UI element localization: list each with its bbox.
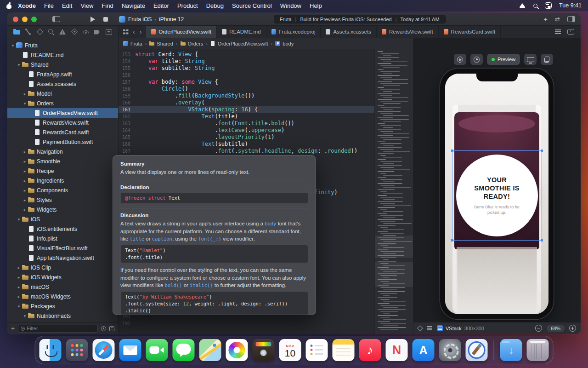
menu-find[interactable]: Find (102, 2, 113, 9)
navigator-item-navigation[interactable]: ▸Navigation (7, 147, 118, 156)
stop-button[interactable] (103, 17, 108, 22)
disclosure-open-icon[interactable]: ▾ (22, 314, 28, 318)
dock-appstore[interactable]: A (413, 339, 435, 361)
navigator-item-rewardscard-swift[interactable]: RewardsCard.swift (7, 127, 118, 137)
quick-help-link[interactable]: caption (152, 236, 172, 242)
dock-reminders[interactable] (306, 339, 328, 361)
menu-help[interactable]: Help (310, 2, 322, 9)
source-control-filter-icon[interactable] (109, 326, 114, 331)
apple-menu-icon[interactable] (6, 3, 11, 9)
disclosure-closed-icon[interactable]: ▸ (22, 198, 28, 202)
zoom-level[interactable]: 68% (547, 325, 565, 332)
project-navigator-icon[interactable] (13, 29, 20, 35)
zoom-out-icon[interactable] (535, 325, 542, 332)
dock-facetime[interactable] (146, 339, 168, 361)
symbols-navigator-icon[interactable] (36, 29, 43, 35)
library-add-icon[interactable]: + (543, 16, 548, 23)
toggle-navigator-icon[interactable] (52, 16, 60, 22)
breadcrumb-body[interactable]: Pbody (275, 41, 294, 46)
filter-input[interactable] (27, 326, 95, 331)
environment-overrides-button[interactable] (470, 54, 483, 65)
dock-trash[interactable] (527, 339, 549, 361)
disclosure-open-icon[interactable]: ▾ (16, 304, 22, 309)
tab-readme-md[interactable]: README.md (217, 26, 266, 38)
menu-edit[interactable]: Edit (62, 2, 72, 9)
dock-mail[interactable] (119, 339, 141, 361)
tab-rewardscard-swift[interactable]: RewardsCard.swift (439, 26, 501, 38)
menu-debug[interactable]: Debug (206, 2, 224, 9)
disclosure-closed-icon[interactable]: ▸ (22, 178, 28, 183)
disclosure-closed-icon[interactable]: ▸ (16, 275, 22, 280)
menu-app-name[interactable]: Xcode (18, 2, 36, 9)
filter-field[interactable] (18, 325, 98, 333)
duplicate-preview-button[interactable] (541, 54, 553, 65)
code-review-icon[interactable]: ⇄ (555, 16, 560, 23)
forward-history-icon[interactable]: › (140, 28, 142, 35)
navigator-item-assets-xcassets[interactable]: Assets.xcassets (7, 79, 118, 89)
navigator-item-nutritionfacts[interactable]: ▾NutritionFacts (7, 311, 118, 321)
navigator-item-orderplacedview-swift[interactable]: OrderPlacedView.swift (7, 108, 118, 118)
dock-finder[interactable] (40, 339, 62, 361)
tab-rewardsview-swift[interactable]: RewardsView.swift (377, 26, 439, 38)
menu-navigate[interactable]: Navigate (122, 2, 145, 9)
breadcrumb-orders[interactable]: Orders (181, 41, 204, 46)
menu-window[interactable]: Window (280, 2, 301, 9)
minimap[interactable] (374, 49, 413, 334)
navigator-item-ios-entitlements[interactable]: iOS.entitlements (7, 224, 118, 234)
disclosure-closed-icon[interactable]: ▸ (16, 285, 22, 289)
navigator-item-ios-widgets[interactable]: ▸iOS Widgets (7, 272, 118, 282)
navigator-item-orders[interactable]: ▾Orders (7, 98, 118, 108)
disclosure-closed-icon[interactable]: ▸ (22, 188, 28, 193)
search-icon[interactable] (533, 4, 537, 8)
disclosure-closed-icon[interactable]: ▸ (22, 207, 28, 212)
add-file-icon[interactable]: + (11, 325, 15, 332)
menu-file[interactable]: File (44, 2, 54, 9)
back-history-icon[interactable]: ‹ (133, 28, 135, 35)
dock-news[interactable]: N (386, 339, 408, 361)
live-preview-button[interactable] (454, 54, 466, 65)
quick-help-link[interactable]: bold() (165, 282, 182, 288)
dock-launchpad[interactable] (66, 339, 88, 361)
tab-fruta-xcodeproj[interactable]: Fruta.xcodeproj (266, 26, 321, 38)
recent-files-icon[interactable] (101, 326, 106, 331)
preview-on-device-button[interactable] (524, 54, 537, 65)
tab-assets-xcassets[interactable]: Assets.xcassets (321, 26, 376, 38)
breadcrumb-shared[interactable]: Shared (149, 41, 173, 46)
preview-screen[interactable]: YOUR SMOOTHIE IS READY! Berry Blue is re… (445, 74, 548, 314)
dock-music[interactable]: ♪ (359, 339, 381, 361)
source-control-navigator-icon[interactable] (25, 29, 32, 35)
navigator-item-recipe[interactable]: ▸Recipe (7, 166, 118, 176)
selectable-mode-icon[interactable] (417, 325, 423, 331)
dock-calendar[interactable]: NOV10 (279, 339, 301, 361)
close-button[interactable] (13, 17, 18, 22)
navigator-item-model[interactable]: ▸Model (7, 89, 118, 98)
dock-sysprefs[interactable] (439, 339, 461, 361)
dock-safari[interactable] (93, 339, 115, 361)
reports-navigator-icon[interactable] (105, 29, 112, 35)
disclosure-open-icon[interactable]: ▾ (16, 63, 22, 67)
disclosure-closed-icon[interactable]: ▸ (22, 159, 28, 164)
navigator-item-info-plist[interactable]: Info.plist (7, 234, 118, 243)
breadcrumb-orderplacedview-swift[interactable]: OrderPlacedView.swift (210, 41, 268, 46)
navigator-item-frutaapp-swift[interactable]: FrutaApp.swift (7, 69, 118, 79)
disclosure-closed-icon[interactable]: ▸ (22, 169, 28, 173)
navigator-item-smoothie[interactable]: ▸Smoothie (7, 156, 118, 166)
quick-help-link[interactable]: title (130, 236, 144, 242)
zoom-button[interactable] (31, 17, 37, 22)
disclosure-closed-icon[interactable]: ▸ (16, 265, 22, 270)
find-navigator-icon[interactable] (48, 29, 55, 35)
related-items-icon[interactable] (123, 29, 128, 34)
menu-bar-clock[interactable]: Tue 9:41 (559, 2, 582, 9)
quick-help-link[interactable]: font(_:) (198, 236, 221, 242)
navigator-item-macos-widgets[interactable]: ▸macOS Widgets (7, 292, 118, 301)
disclosure-open-icon[interactable]: ▾ (16, 217, 22, 222)
view-hierarchy-icon[interactable] (427, 326, 432, 330)
navigator-item-widgets[interactable]: ▸Widgets (7, 205, 118, 214)
navigator-item-paymentbutton-swift[interactable]: PaymentButton.swift (7, 137, 118, 147)
zoom-in-icon[interactable] (569, 325, 576, 332)
navigator-item-ios[interactable]: ▾iOS (7, 214, 118, 224)
navigator-item-fruta[interactable]: ▾Fruta (7, 40, 118, 50)
breadcrumb-fruta[interactable]: Fruta (123, 41, 142, 46)
dock-maps[interactable] (199, 339, 221, 361)
quick-help-link[interactable]: body (265, 221, 276, 226)
